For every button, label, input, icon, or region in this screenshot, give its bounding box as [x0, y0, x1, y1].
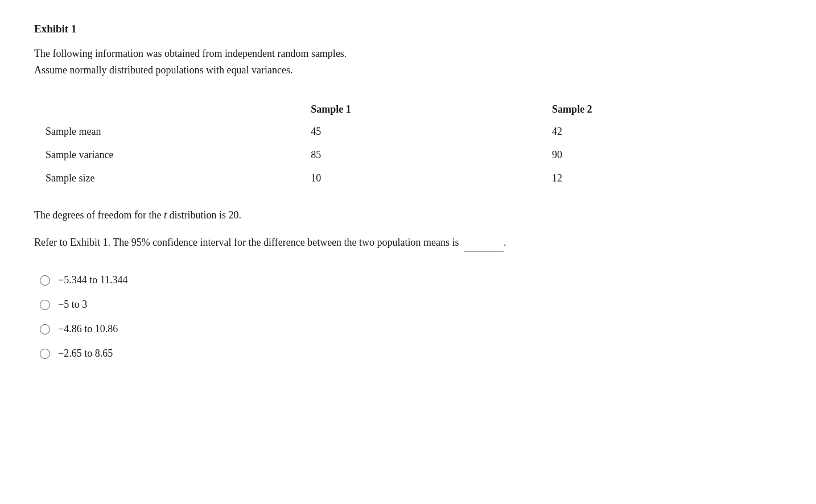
radio-button-3[interactable]: [40, 324, 50, 334]
row-s2-size: 12: [541, 167, 782, 190]
radio-button-1[interactable]: [40, 275, 50, 286]
table-row: Sample mean 45 42: [34, 120, 782, 143]
option-1[interactable]: −5.344 to 11.344: [40, 274, 782, 286]
question-end: .: [504, 237, 506, 248]
row-label-size: Sample size: [34, 167, 299, 190]
degrees-text-after: distribution is 20.: [167, 209, 241, 221]
intro-line1: The following information was obtained f…: [34, 48, 347, 59]
row-label-variance: Sample variance: [34, 143, 299, 167]
row-label-mean: Sample mean: [34, 120, 299, 143]
degrees-text-before: The degrees of freedom for the: [34, 209, 164, 221]
intro-text: The following information was obtained f…: [34, 46, 782, 79]
option-3[interactable]: −4.86 to 10.86: [40, 323, 782, 335]
data-table: Sample 1 Sample 2 Sample mean 45 42 Samp…: [34, 99, 782, 190]
radio-button-4[interactable]: [40, 349, 50, 359]
row-s1-mean: 45: [299, 120, 541, 143]
exhibit-title: Exhibit 1: [34, 23, 782, 35]
option-label-2: −5 to 3: [58, 299, 87, 311]
row-s1-size: 10: [299, 167, 541, 190]
table-row: Sample variance 85 90: [34, 143, 782, 167]
option-4[interactable]: −2.65 to 8.65: [40, 348, 782, 360]
row-s2-variance: 90: [541, 143, 782, 167]
answer-options: −5.344 to 11.344 −5 to 3 −4.86 to 10.86 …: [34, 274, 782, 360]
option-label-1: −5.344 to 11.344: [58, 274, 127, 286]
col-header-empty: [34, 99, 299, 120]
exhibit-container: Exhibit 1 The following information was …: [34, 23, 782, 360]
option-2[interactable]: −5 to 3: [40, 299, 782, 311]
radio-button-2[interactable]: [40, 300, 50, 310]
row-s1-variance: 85: [299, 143, 541, 167]
option-label-4: −2.65 to 8.65: [58, 348, 113, 360]
answer-blank: [464, 234, 504, 251]
question-text: Refer to Exhibit 1. The 95% confidence i…: [34, 234, 782, 251]
table-row: Sample size 10 12: [34, 167, 782, 190]
col-header-sample2: Sample 2: [541, 99, 782, 120]
col-header-sample1: Sample 1: [299, 99, 541, 120]
intro-line2: Assume normally distributed populations …: [34, 64, 292, 76]
row-s2-mean: 42: [541, 120, 782, 143]
degrees-of-freedom-text: The degrees of freedom for the t distrib…: [34, 207, 782, 224]
question-body: Refer to Exhibit 1. The 95% confidence i…: [34, 237, 459, 248]
option-label-3: −4.86 to 10.86: [58, 323, 118, 335]
